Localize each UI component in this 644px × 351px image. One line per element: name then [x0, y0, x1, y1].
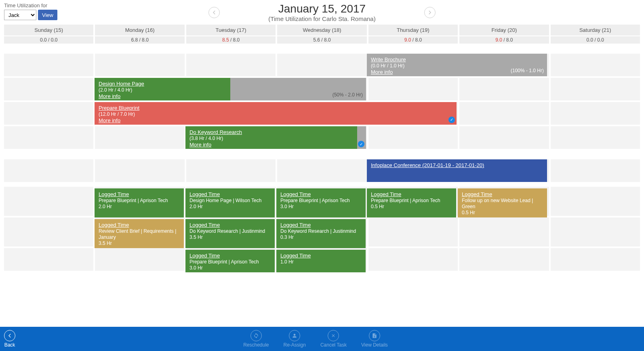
logged-link[interactable]: Logged Time	[280, 222, 311, 228]
day-hours: 9.0 / 8.0	[459, 36, 549, 44]
day-hours: 0.0 / 0.0	[551, 36, 640, 44]
logged-time[interactable]: Logged Time Do Keyword Research | Justin…	[185, 219, 275, 248]
reschedule-button[interactable]: Reschedule	[243, 330, 269, 348]
close-icon	[328, 330, 339, 341]
reassign-button[interactable]: Re-Assign	[284, 330, 306, 348]
day-hours: 0.0 / 0.0	[4, 36, 93, 44]
day-header: Tuesday (17)	[186, 25, 276, 36]
day-header: Sunday (15)	[4, 25, 93, 36]
logged-time[interactable]: Logged Time Prepare Blueprint | Aprison …	[95, 188, 184, 217]
day-header: Thursday (19)	[368, 25, 458, 36]
day-header: Wednesday (18)	[277, 25, 366, 36]
reschedule-icon	[250, 330, 262, 341]
reassign-icon	[289, 330, 300, 341]
back-button[interactable]: Back	[4, 330, 15, 348]
day-hours: 5.6 / 8.0	[277, 36, 366, 44]
task-conference[interactable]: Infoplace Conference (2017-01-19 - 2017-…	[367, 159, 547, 182]
logged-time[interactable]: Logged Time Follow up on new Website Lea…	[458, 188, 547, 217]
logged-time[interactable]: Logged Time Design Home Page | Wilson Te…	[185, 188, 275, 217]
task-brochure[interactable]: Write Brochure (0.0 Hr / 1.0 Hr) More in…	[367, 54, 547, 76]
logged-link[interactable]: Logged Time	[189, 191, 220, 197]
details-icon	[369, 330, 380, 341]
logged-link[interactable]: Logged Time	[189, 253, 220, 259]
check-icon	[358, 141, 364, 147]
logged-time[interactable]: Logged Time Prepare Blueprint | Aprison …	[367, 188, 456, 217]
page-date: January 15, 2017	[268, 2, 375, 15]
more-info-link[interactable]: More info	[189, 142, 211, 148]
day-hours: 8.5 / 8.0	[186, 36, 276, 44]
task-design[interactable]: Design Home Page (2.0 Hr / 4.0 Hr) More …	[95, 78, 230, 100]
logged-link[interactable]: Logged Time	[99, 222, 129, 228]
logged-time[interactable]: Logged Time Review Client Brief | Requir…	[95, 219, 184, 248]
cancel-task-button[interactable]: Cancel Task	[320, 330, 347, 348]
task-link[interactable]: Do Keyword Research	[189, 129, 242, 135]
task-link[interactable]: Prepare Blueprint	[99, 105, 139, 111]
task-blueprint[interactable]: Prepare Blueprint (12.0 Hr / 7.0 Hr) Mor…	[95, 102, 457, 125]
logged-link[interactable]: Logged Time	[189, 222, 220, 228]
logged-time[interactable]: Logged Time Prepare Blueprint | Aprison …	[276, 188, 366, 217]
day-header: Friday (20)	[459, 25, 549, 36]
task-keyword[interactable]: Do Keyword Research (3.8 Hr / 4.0 Hr) Mo…	[185, 126, 357, 149]
day-header: Monday (16)	[95, 25, 184, 36]
task-link[interactable]: Write Brochure	[371, 56, 406, 63]
logged-link[interactable]: Logged Time	[280, 253, 311, 259]
more-info-link[interactable]: More info	[99, 93, 120, 99]
view-details-button[interactable]: View Details	[361, 330, 388, 348]
logged-link[interactable]: Logged Time	[280, 191, 311, 197]
check-icon	[448, 117, 455, 123]
task-link[interactable]: Design Home Page	[99, 81, 144, 87]
logged-link[interactable]: Logged Time	[371, 191, 401, 197]
filter-label: Time Utilization for	[4, 2, 77, 8]
day-hours: 6.8 / 8.0	[95, 36, 184, 44]
logged-time[interactable]: Logged Time Do Keyword Research | Justin…	[276, 219, 366, 248]
logged-time[interactable]: Logged Time Prepare Blueprint | Aprison …	[185, 250, 275, 272]
more-info-link[interactable]: More info	[99, 117, 120, 123]
day-header: Saturday (21)	[551, 25, 640, 36]
task-link[interactable]: Infoplace Conference (2017-01-19 - 2017-…	[371, 162, 484, 168]
day-hours: 9.0 / 8.0	[368, 36, 458, 44]
next-week-button[interactable]	[424, 7, 436, 18]
page-subtitle: (Time Utilization for Carlo Sta. Romana)	[268, 15, 375, 22]
logged-time[interactable]: Logged Time 1.0 Hr	[276, 250, 366, 272]
prev-week-button[interactable]	[208, 7, 220, 18]
logged-link[interactable]: Logged Time	[462, 191, 492, 197]
logged-link[interactable]: Logged Time	[99, 191, 129, 197]
person-select[interactable]: Jack	[4, 10, 36, 20]
more-info-link[interactable]: More info	[371, 69, 393, 75]
view-button[interactable]: View	[38, 10, 57, 20]
arrow-left-icon	[4, 330, 15, 341]
